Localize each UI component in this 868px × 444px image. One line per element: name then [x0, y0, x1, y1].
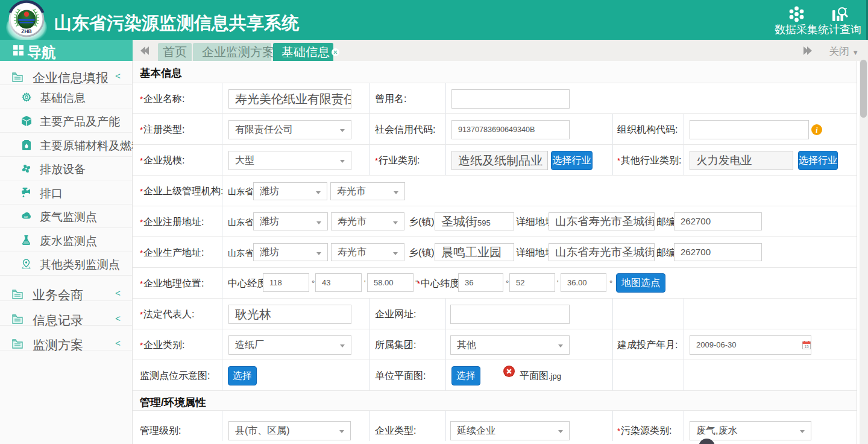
svg-text:co: co [24, 215, 28, 218]
svg-text:15: 15 [804, 344, 809, 349]
svg-text:ZHB: ZHB [21, 28, 31, 34]
